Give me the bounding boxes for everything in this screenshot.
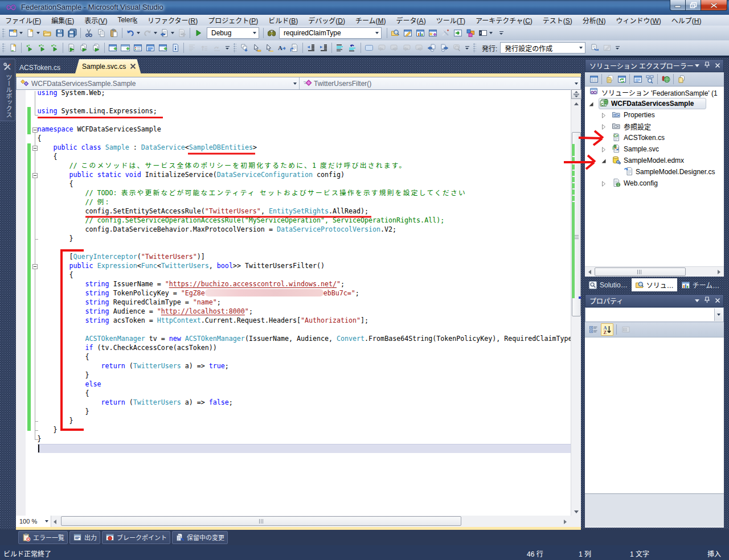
- step-a-button[interactable]: [23, 42, 36, 54]
- autohide-tab-output[interactable]: 出力: [69, 531, 100, 544]
- menu-M[interactable]: チーム(M): [350, 14, 391, 27]
- members-dropdown[interactable]: TwitterUsersFilter(): [300, 77, 580, 89]
- word-completion-button[interactable]: A: [276, 42, 288, 54]
- autohide-tab-pending-changes[interactable]: 保留中の変更: [172, 531, 228, 544]
- properties-window-button[interactable]: [402, 27, 414, 39]
- object-browser-button[interactable]: [427, 27, 439, 39]
- toolbox-autohide-tab[interactable]: ツールボックス: [0, 59, 15, 121]
- panel-tab-solution[interactable]: ソリュ…: [632, 278, 677, 291]
- bubble-right-button[interactable]: [413, 42, 425, 54]
- solution-tree-hscrollbar[interactable]: [585, 266, 724, 277]
- quick-info-button[interactable]: [288, 42, 301, 54]
- menu-N[interactable]: 分析(N): [578, 14, 611, 27]
- pin-icon[interactable]: [705, 61, 710, 70]
- page-play-button[interactable]: [65, 42, 77, 54]
- pages-play-button[interactable]: [90, 42, 103, 54]
- menu-B[interactable]: ビルド(B): [263, 14, 303, 27]
- menu-H[interactable]: ヘルプ(H): [666, 14, 707, 27]
- tab-close-icon[interactable]: [130, 63, 136, 69]
- gray-lines-b-button[interactable]: [198, 42, 211, 54]
- expander-collapsed-icon[interactable]: [601, 146, 606, 151]
- copy-button[interactable]: [95, 27, 108, 39]
- doc-blue-right-button[interactable]: [438, 42, 450, 54]
- start-debug-button[interactable]: [192, 27, 204, 39]
- scroll-left-arrow[interactable]: [54, 520, 56, 524]
- step-b-button[interactable]: [48, 42, 61, 54]
- restore-button[interactable]: [686, 0, 701, 11]
- tree-item-sample.svc[interactable]: Sample.svc: [585, 143, 724, 155]
- tree-item--[interactable]: 参照設定: [585, 121, 724, 132]
- menu-W[interactable]: ウィンドウ(W): [611, 14, 666, 27]
- win-dots-button[interactable]: [132, 42, 144, 54]
- panel-close-icon[interactable]: [715, 62, 720, 70]
- properties-titlebar[interactable]: プロパティ: [585, 294, 724, 307]
- menu-D[interactable]: デバッグ(D): [303, 14, 350, 27]
- properties-object-combo[interactable]: [585, 307, 724, 322]
- save-all-button[interactable]: [66, 27, 79, 39]
- splitter-handle[interactable]: [571, 89, 581, 99]
- menu-R[interactable]: リファクター(R): [142, 14, 203, 27]
- extension-manager-button[interactable]: [452, 27, 464, 39]
- panel-tab-team[interactable]: チーム…: [678, 278, 723, 291]
- comment-button[interactable]: [334, 42, 346, 54]
- toolbar-overflow-icon[interactable]: [463, 42, 471, 54]
- save-button[interactable]: [54, 27, 66, 39]
- solution-explorer-button[interactable]: [414, 27, 427, 39]
- tree-item--federationsample-1[interactable]: ソリューション 'FederationSample' (1: [585, 87, 724, 98]
- open-file-button[interactable]: [41, 27, 54, 39]
- redo-button[interactable]: [141, 27, 154, 39]
- title-bar[interactable]: FederationSample - Microsoft Visual Stud…: [0, 0, 729, 15]
- prop-categorized-button[interactable]: [587, 323, 600, 336]
- menu-E[interactable]: 編集(E): [46, 14, 79, 27]
- prop-alphabetical-button[interactable]: AZ: [601, 323, 613, 336]
- menu-T[interactable]: ツール(T): [431, 14, 470, 27]
- se-refresh-button[interactable]: [616, 73, 628, 85]
- tree-item-samplemodel.designer.cs[interactable]: SampleModel.Designer.cs: [585, 166, 724, 178]
- se-view-code-button[interactable]: [632, 73, 644, 85]
- se-properties-button[interactable]: [588, 73, 600, 85]
- toolbar-overflow-icon[interactable]: [613, 42, 621, 54]
- vertical-scrollbar[interactable]: [571, 89, 581, 517]
- win-diamond-b-button[interactable]: [157, 42, 169, 54]
- scroll-right-arrow[interactable]: [564, 520, 567, 524]
- dropdown-arrow-icon[interactable]: [18, 27, 24, 39]
- start-page-button[interactable]: [464, 27, 477, 39]
- pages-play-button[interactable]: [77, 42, 90, 54]
- page-info-button[interactable]: [169, 42, 182, 54]
- gray-lines-a-button[interactable]: [186, 42, 198, 54]
- publish-edit-button[interactable]: [601, 42, 613, 54]
- panel-close-icon[interactable]: [715, 297, 720, 305]
- toolbox-button[interactable]: [439, 27, 452, 39]
- decrease-indent-button[interactable]: [305, 42, 317, 54]
- bubble-left-button[interactable]: [400, 42, 413, 54]
- menu-V[interactable]: 表示(V): [79, 14, 112, 27]
- solution-explorer-titlebar[interactable]: ソリューション エクスプローラー: [585, 59, 724, 72]
- dropdown-arrow-icon[interactable]: [135, 27, 141, 39]
- zoom-control[interactable]: 100 %: [16, 516, 51, 527]
- se-copy-website-button[interactable]: [675, 73, 687, 85]
- dropdown-arrow-icon[interactable]: [488, 27, 494, 39]
- bubble-left-button[interactable]: [375, 42, 388, 54]
- win-diamond-wide-button[interactable]: [119, 42, 132, 54]
- dropdown-arrow-icon[interactable]: [152, 27, 158, 39]
- menu-F[interactable]: ファイル(F): [0, 14, 46, 27]
- expander-expanded-icon[interactable]: [601, 158, 606, 163]
- pin-icon[interactable]: [705, 297, 710, 305]
- menu-P[interactable]: プロジェクト(P): [203, 14, 263, 27]
- tree-item-wcfdataservicessample[interactable]: C#WCFDataServicesSample: [585, 98, 724, 109]
- tree-item-acstoken.cs[interactable]: C#ACSToken.cs: [585, 132, 724, 143]
- win-lines-button[interactable]: [144, 42, 157, 54]
- search-combo[interactable]: requiredClaimType: [279, 27, 382, 39]
- tree-item-properties[interactable]: Properties: [585, 109, 724, 121]
- navigate-forward-button[interactable]: [175, 27, 188, 39]
- uncomment-button[interactable]: [346, 42, 359, 54]
- hscroll-thumb[interactable]: [61, 516, 461, 526]
- menu-A[interactable]: データ(A): [391, 14, 431, 27]
- scroll-left-arrow[interactable]: [588, 270, 591, 274]
- hscroll-thumb[interactable]: [595, 267, 686, 276]
- expander-expanded-icon[interactable]: [588, 101, 593, 106]
- code-editor[interactable]: using System.Web;using System.Linq.Expre…: [16, 90, 571, 516]
- hscroll-track[interactable]: [59, 516, 574, 527]
- parameter-info-button[interactable]: [263, 42, 276, 54]
- publish-combo[interactable]: 発行設定の作成: [500, 42, 585, 53]
